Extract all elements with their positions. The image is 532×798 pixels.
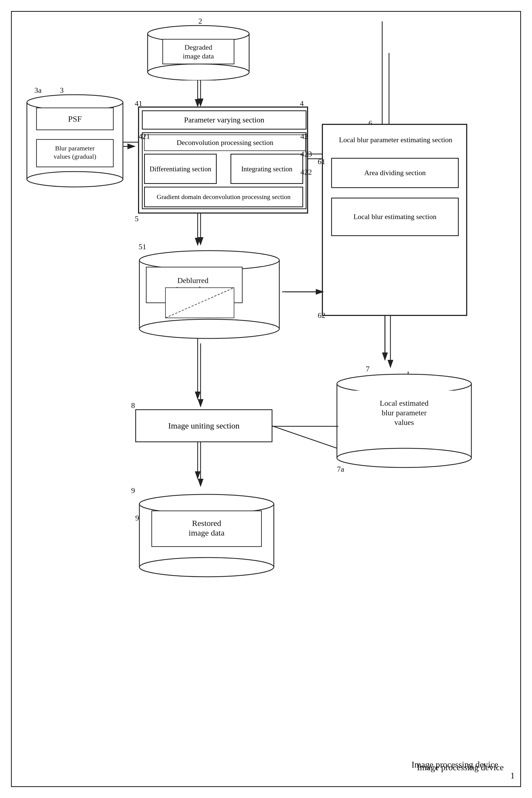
- degraded-image-cylinder: Degraded image data: [146, 20, 250, 80]
- svg-text:Degraded: Degraded: [184, 43, 212, 51]
- deconvolution-outer-box: Deconvolution processing section Differe…: [142, 132, 306, 209]
- ref-421: 421: [138, 132, 150, 141]
- restored-image-cylinder: Restored image data: [138, 489, 275, 582]
- local-blur-param-outer-box: Local blur parameter estimating section …: [322, 124, 467, 316]
- image-processing-device-label: Image processing device: [417, 762, 504, 773]
- svg-point-77: [139, 558, 274, 577]
- svg-point-63: [337, 374, 471, 393]
- local-estimated-cylinder: Local estimated blur parameter values: [336, 369, 473, 473]
- local-blur-param-label: Local blur parameter estimating section: [339, 135, 452, 145]
- ref-62: 62: [318, 311, 325, 320]
- arrow-deg-to-param: [195, 80, 206, 107]
- ref-9: 9: [131, 486, 135, 495]
- arrow-deblurred-to-local: [282, 286, 326, 297]
- parameter-varying-label: Parameter varying section: [184, 114, 264, 125]
- deconvolution-box: Deconvolution processing section: [144, 134, 306, 151]
- gradient-domain-label: Gradient domain deconvolution processing…: [157, 192, 290, 202]
- differentiating-label: Differentiating section: [150, 164, 211, 174]
- arrow-box-to-cyl: [385, 315, 396, 370]
- diagram-container: 1 Image processing device 2 2a Degraded …: [11, 11, 521, 787]
- ref-61: 61: [318, 157, 325, 166]
- image-uniting-box: Image uniting section: [135, 409, 272, 442]
- area-dividing-box: Area dividing section: [331, 158, 459, 188]
- svg-text:blur parameter: blur parameter: [382, 408, 427, 417]
- svg-point-23: [27, 171, 123, 187]
- svg-text:Blur parameter: Blur parameter: [55, 145, 95, 152]
- ref-8: 8: [131, 401, 135, 410]
- integrating-label: Integrating section: [241, 164, 292, 174]
- svg-text:Local estimated: Local estimated: [380, 399, 429, 407]
- local-blur-param-title: Local blur parameter estimating section: [324, 126, 467, 154]
- deblurred-image-cylinder: Deblurred image data: [138, 245, 281, 344]
- arrow-uniting-to-restored: [195, 442, 206, 489]
- local-blur-est-box: Local blur estimating section: [331, 198, 459, 236]
- image-uniting-label: Image uniting section: [168, 420, 240, 431]
- svg-text:values: values: [394, 418, 414, 427]
- svg-text:PSF: PSF: [68, 114, 82, 123]
- integrating-box: Integrating section: [230, 154, 303, 184]
- svg-point-15: [148, 64, 249, 80]
- gradient-domain-box: Gradient domain deconvolution processing…: [144, 187, 303, 207]
- svg-point-39: [139, 319, 279, 338]
- deconvolution-label: Deconvolution processing section: [177, 138, 273, 147]
- svg-text:Restored: Restored: [192, 519, 222, 527]
- svg-text:Deblurred: Deblurred: [177, 276, 209, 285]
- svg-text:values (gradual): values (gradual): [54, 153, 96, 160]
- local-blur-est-label: Local blur estimating section: [354, 212, 437, 222]
- svg-point-62: [337, 448, 471, 467]
- arrow-deg-right: [377, 21, 388, 137]
- arrow-deblurred-to-uniting: [195, 344, 206, 409]
- svg-text:image data: image data: [183, 52, 214, 60]
- area-dividing-label: Area dividing section: [364, 168, 426, 178]
- parameter-varying-outer-box: Parameter varying section Deconvolution …: [138, 107, 308, 214]
- ref-1: 1: [510, 771, 515, 781]
- svg-rect-17: [163, 39, 234, 64]
- ref-422: 422: [300, 168, 312, 177]
- ref-42: 42: [300, 132, 308, 141]
- ref-5: 5: [135, 215, 138, 223]
- parameter-varying-box: Parameter varying section: [142, 110, 306, 130]
- svg-text:image data: image data: [189, 528, 225, 537]
- arrow-param-to-deblurred: [195, 213, 206, 246]
- psf-cylinder: PSF Blur parameter values (gradual): [25, 89, 124, 193]
- differentiating-box: Differentiating section: [144, 154, 217, 184]
